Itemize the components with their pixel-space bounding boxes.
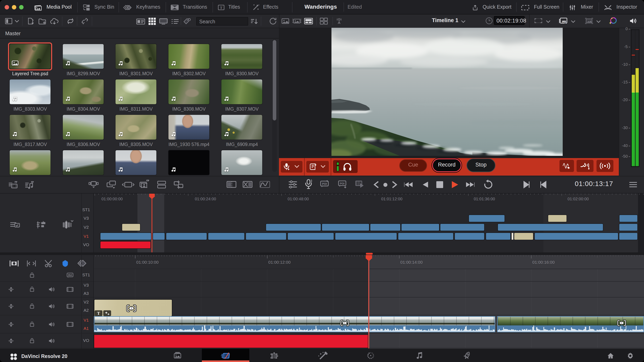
svg-text:POI: POI xyxy=(340,182,344,185)
svg-text:HQ: HQ xyxy=(562,21,566,23)
svg-text:T: T xyxy=(220,6,222,10)
svg-text:POI: POI xyxy=(322,182,327,185)
